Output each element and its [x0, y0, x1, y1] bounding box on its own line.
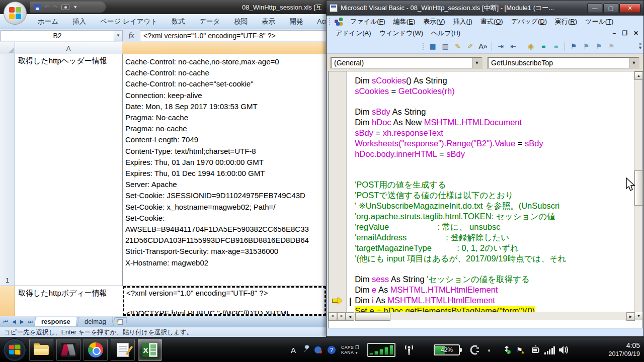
- name-box-dropdown-icon[interactable]: ▼: [114, 30, 123, 41]
- code-line-10[interactable]: 'POST用の値を生成する: [350, 179, 634, 190]
- code-line-3[interactable]: Dim sBdy As String: [350, 107, 634, 117]
- first-sheet-icon[interactable]: ⏮: [2, 319, 10, 325]
- toggle-bookmark-icon[interactable]: ⚑: [568, 41, 579, 52]
- ribbon-tab-7[interactable]: 開発: [283, 15, 309, 28]
- network-status-icon[interactable]: [544, 337, 555, 362]
- code-line-8[interactable]: [350, 159, 634, 169]
- cell-b2-selected-marching-ants[interactable]: <?xml version="1.0" encoding="UTF-8" ?> …: [123, 286, 326, 316]
- next-sheet-icon[interactable]: ▶: [19, 319, 26, 324]
- horizontal-scrollbar-thumb[interactable]: [355, 312, 390, 321]
- name-box[interactable]: B2: [1, 30, 114, 41]
- camera-icon[interactable]: [61, 5, 69, 10]
- power-plug-icon[interactable]: [469, 337, 480, 362]
- column-header-a[interactable]: A: [15, 42, 122, 54]
- signal-meter-gadget[interactable]: [367, 337, 395, 362]
- quick-info-icon[interactable]: ✎: [452, 41, 463, 52]
- code-line-20[interactable]: Dim e As MSHTML.HTMLHtmlElement: [350, 285, 634, 295]
- vbe-menu-7[interactable]: ツール(T): [581, 16, 617, 27]
- code-line-12[interactable]: ' ※UnSubscribeMagazineInit.do.txt を参照。(U…: [350, 201, 634, 211]
- previous-bookmark-icon[interactable]: ⚑: [593, 41, 604, 52]
- code-line-5[interactable]: sBdy = xh.responseText: [350, 128, 634, 138]
- code-line-22[interactable]: Set e = hDoc.getElementsByTagName("form"…: [350, 306, 634, 312]
- sheet-tab-delmag[interactable]: delmag: [77, 317, 113, 326]
- vbe-menu-3[interactable]: 挿入(I): [449, 16, 476, 27]
- insert-function-icon[interactable]: fx: [123, 30, 140, 41]
- save-icon[interactable]: [34, 4, 41, 11]
- code-line-9[interactable]: [350, 169, 634, 179]
- vbe-menu2-2[interactable]: ヘルプ(H): [427, 28, 464, 39]
- combo-dropdown-icon[interactable]: ▼: [629, 58, 638, 68]
- power-status-icon[interactable]: [531, 337, 541, 362]
- ime-pad-icon[interactable]: [314, 337, 323, 362]
- vbe-menu-1[interactable]: 編集(E): [389, 16, 419, 27]
- taskbar-m-app-icon[interactable]: [56, 339, 80, 361]
- toolbar-options-chevron-icon[interactable]: =▼: [638, 42, 642, 49]
- taskbar-excel-icon[interactable]: X: [138, 339, 162, 361]
- toolbar-grip[interactable]: [329, 18, 331, 26]
- ribbon-tab-3[interactable]: 数式: [165, 15, 192, 28]
- horizontal-scrollbar[interactable]: ≡ ≡ ◀ ▶: [329, 312, 635, 320]
- vbe-menu-0[interactable]: ファイル(F): [346, 16, 389, 27]
- code-line-4[interactable]: Dim hDoc As New MSHTML.HTMLDocument: [350, 117, 634, 128]
- volume-speaker-icon[interactable]: [557, 337, 570, 362]
- scroll-left-icon[interactable]: ◀: [346, 312, 354, 321]
- taskbar-clock[interactable]: 4:05 2017/09/19: [584, 337, 640, 362]
- maximize-button[interactable]: ▢: [603, 4, 618, 13]
- combo-dropdown-icon[interactable]: ▼: [472, 58, 481, 68]
- parameter-info-icon[interactable]: ✐: [465, 41, 476, 52]
- comment-block-icon[interactable]: ≡: [538, 41, 549, 52]
- scroll-down-icon[interactable]: ▼: [634, 312, 643, 320]
- toggle-breakpoint-icon[interactable]: ◉: [525, 41, 536, 52]
- redo-icon[interactable]: ↷: [53, 4, 58, 10]
- vbe-titlebar[interactable]: Microsoft Visual Basic - 08_WinHttp_sess…: [327, 1, 643, 16]
- last-sheet-icon[interactable]: ⏭: [26, 319, 34, 325]
- ribbon-tab-1[interactable]: 挿入: [66, 15, 93, 28]
- code-line-13[interactable]: 'org.apache.struts.taglib.html.TOKEN: セッ…: [350, 211, 634, 222]
- code-line-11[interactable]: 'POSTで送信する値の仕様は以下のとおり: [350, 190, 634, 201]
- vbe-menu2-1[interactable]: ウィンドウ(W): [375, 28, 427, 39]
- outdent-icon[interactable]: ⇤: [508, 41, 519, 52]
- code-editor-text[interactable]: Dim sCookies() As String sCookies = GetC…: [347, 71, 634, 312]
- clear-bookmarks-icon[interactable]: ⚑: [606, 41, 617, 52]
- code-line-14[interactable]: 'regValue : 常に、 unsubsc: [350, 222, 634, 232]
- office-button[interactable]: [4, 2, 27, 25]
- vbe-menu-6[interactable]: 実行(R): [551, 16, 581, 27]
- code-line-18[interactable]: [350, 264, 634, 274]
- select-all-corner[interactable]: [0, 42, 15, 54]
- mdi-minimize-button[interactable]: –: [612, 30, 616, 37]
- list-constants-icon[interactable]: ▥: [440, 41, 451, 52]
- code-window[interactable]: Dim sCookies() As String sCookies = GetC…: [328, 71, 643, 328]
- toolbar-grip[interactable]: [422, 42, 424, 50]
- prev-sheet-icon[interactable]: ◀: [11, 319, 18, 324]
- code-line-21[interactable]: Dim i As MSHTML.HTMLHtmlElement: [350, 295, 634, 306]
- ribbon-tab-6[interactable]: 表示: [255, 15, 282, 28]
- procedure-combobox[interactable]: GetUnsubscribeTop ▼: [488, 57, 639, 69]
- start-button[interactable]: [3, 338, 26, 361]
- code-margin-indicator-bar[interactable]: [329, 71, 347, 312]
- vbe-menu2-0[interactable]: アドイン(A): [332, 28, 375, 39]
- vertical-scrollbar[interactable]: ▲ ▼: [634, 71, 642, 320]
- ribbon-tab-4[interactable]: データ: [193, 15, 226, 28]
- row-header-2-selected[interactable]: [0, 286, 15, 316]
- code-line-7[interactable]: hDoc.body.innerHTML = sBdy: [350, 149, 634, 159]
- cell-a1[interactable]: 取得したhttpヘッダー情報: [18, 56, 121, 66]
- next-bookmark-icon[interactable]: ⚑: [581, 41, 592, 52]
- qat-customize-chevron-icon[interactable]: ▼: [73, 5, 77, 10]
- taskbar-explorer-icon[interactable]: [29, 339, 53, 361]
- code-line-15[interactable]: 'emailAddress : 登録解除したい: [350, 232, 634, 243]
- split-handle-icon[interactable]: ≡: [337, 312, 346, 321]
- code-line-16[interactable]: 'targetMagazineType : 0, 1, 2のいずれ: [350, 243, 634, 253]
- scroll-right-icon[interactable]: ▶: [626, 312, 635, 321]
- taskbar-chrome-icon[interactable]: [84, 339, 108, 361]
- undo-icon[interactable]: ↶: [44, 4, 49, 10]
- wireless-antenna-icon[interactable]: [403, 337, 416, 362]
- code-line-17[interactable]: '(他にも input 項目はあるが、2017/09/19時点では、それ: [350, 253, 634, 264]
- split-handle-icon[interactable]: ≡: [329, 312, 337, 321]
- uncomment-block-icon[interactable]: ≡: [550, 41, 561, 52]
- code-line-0[interactable]: Dim sCookies() As String: [350, 75, 634, 86]
- list-properties-icon[interactable]: ▦: [427, 41, 438, 52]
- minimize-button[interactable]: —: [587, 4, 602, 13]
- code-line-19[interactable]: Dim sess As String 'セッションの値を取得する: [350, 274, 634, 285]
- mdi-restore-button[interactable]: ❐: [622, 30, 627, 37]
- ribbon-tab-5[interactable]: 校閲: [227, 15, 254, 28]
